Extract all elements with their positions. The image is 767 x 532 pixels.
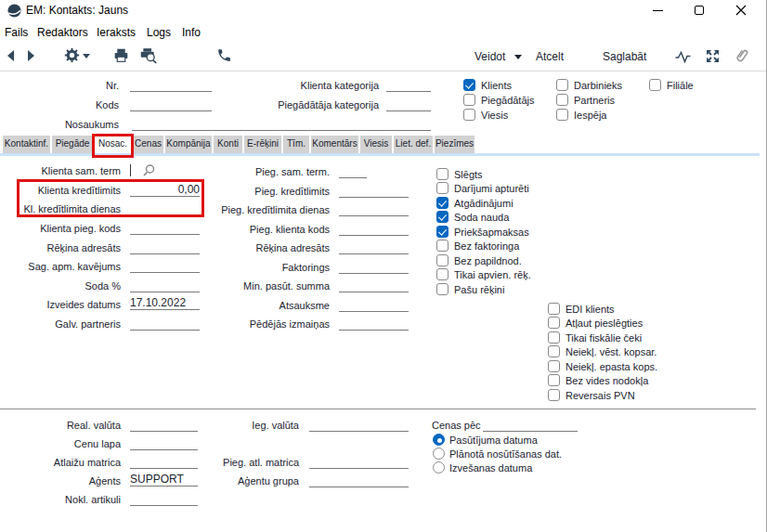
checkbox-prieksapmaksas[interactable] bbox=[436, 226, 448, 238]
pieg-kreditlimits-field[interactable] bbox=[339, 184, 409, 198]
checkbox-darbinieks[interactable] bbox=[556, 79, 568, 91]
checkbox-atgadinajumi[interactable] bbox=[436, 197, 448, 209]
checkbox-filiale[interactable] bbox=[649, 79, 661, 91]
phone-icon[interactable] bbox=[216, 47, 232, 63]
cenu-lapa-field[interactable] bbox=[130, 436, 198, 450]
checkbox-klients[interactable] bbox=[463, 79, 475, 91]
checkbox-bez-faktoringa[interactable] bbox=[436, 240, 448, 252]
activity-icon[interactable] bbox=[675, 51, 691, 63]
checkbox-darijumi-apturei[interactable] bbox=[436, 182, 448, 194]
sag-apm-kavejums-field[interactable] bbox=[130, 259, 200, 273]
back-icon[interactable] bbox=[6, 49, 15, 62]
close-button[interactable] bbox=[735, 5, 747, 16]
pieg-klienta-kods-field[interactable] bbox=[339, 222, 409, 236]
radio-izvesanas-datuma[interactable] bbox=[433, 461, 445, 474]
tab-piegade[interactable]: Piegāde bbox=[52, 136, 93, 153]
izveides-datums-field[interactable]: 17.10.2022 bbox=[130, 296, 200, 310]
minimize-button[interactable] bbox=[653, 10, 663, 11]
galv-partneris-field[interactable] bbox=[130, 317, 200, 331]
klienta-kategorija-field[interactable] bbox=[386, 78, 431, 92]
real-valuta-label: Real. valūta bbox=[0, 420, 121, 431]
galv-partneris-label: Galv. partneris bbox=[0, 318, 121, 330]
checkbox-piegadatajs[interactable] bbox=[463, 94, 475, 106]
gear-dropdown-caret[interactable] bbox=[83, 54, 90, 58]
checkbox-soda-nauda-label: Soda nauda bbox=[454, 212, 509, 223]
sag-apm-kavejums-label: Sag. apm. kavējums bbox=[0, 261, 121, 272]
tab-komentars[interactable]: Komentārs bbox=[311, 136, 358, 153]
gear-icon[interactable] bbox=[64, 47, 80, 63]
pieg-kreditlimita-dienas-field[interactable] bbox=[339, 202, 409, 216]
tab-cenas[interactable]: Cenas bbox=[133, 136, 163, 153]
tab-viesis[interactable]: Viesis bbox=[360, 136, 392, 153]
checkbox-atlaut-pieslegties[interactable] bbox=[548, 317, 560, 329]
cancel-button[interactable]: Atcelt bbox=[536, 50, 564, 63]
klienta-pieg-kods-field[interactable] bbox=[130, 221, 200, 235]
save-button[interactable]: Saglabāt bbox=[603, 50, 646, 63]
tab-tim[interactable]: Tīm. bbox=[283, 136, 309, 153]
menu-redaktors[interactable]: Redaktors bbox=[37, 26, 88, 39]
tab-erekini[interactable]: E-rēķini bbox=[244, 136, 281, 153]
menu-ieraksts[interactable]: Ieraksts bbox=[97, 26, 136, 39]
checkbox-partneris[interactable] bbox=[556, 94, 568, 106]
pedejas-izmainas-field[interactable] bbox=[339, 317, 409, 331]
checkbox-tikai-fiskalie-ceki[interactable] bbox=[548, 331, 560, 344]
klienta-sam-term-label: Klienta sam. term bbox=[0, 165, 121, 176]
pieg-atl-matrica-field[interactable] bbox=[309, 455, 409, 469]
klienta-pieg-kods-label: Klienta pieg. kods bbox=[0, 223, 121, 234]
create-button[interactable]: Veidot bbox=[474, 50, 505, 63]
faktorings-field[interactable] bbox=[339, 260, 409, 274]
checkbox-iespeja[interactable] bbox=[556, 109, 568, 121]
checkbox-viesis[interactable] bbox=[463, 109, 475, 121]
tab-kompanija[interactable]: Kompānija bbox=[165, 136, 212, 153]
forward-icon[interactable] bbox=[27, 49, 36, 62]
rekina-adresats2-field[interactable] bbox=[339, 240, 409, 254]
create-caret[interactable] bbox=[514, 55, 522, 59]
menu-fails[interactable]: Fails bbox=[5, 26, 28, 39]
rekina-adresats-field[interactable] bbox=[130, 240, 200, 254]
agentu-grupa-field[interactable] bbox=[309, 474, 409, 487]
pieg-klienta-kods-label: Pieg. klienta kods bbox=[200, 224, 330, 235]
ieg-valuta-field[interactable] bbox=[309, 418, 409, 432]
menu-info[interactable]: Info bbox=[182, 26, 201, 39]
checkbox-edi-klients[interactable] bbox=[548, 303, 560, 315]
print-icon[interactable] bbox=[113, 47, 129, 63]
nosaukums-field[interactable] bbox=[132, 117, 431, 131]
tab-kontaktinf[interactable]: Kontaktinf. bbox=[3, 136, 50, 153]
min-pasut-summa-field[interactable] bbox=[339, 279, 409, 292]
pieg-sam-term-field[interactable] bbox=[339, 164, 367, 178]
soda-field[interactable] bbox=[130, 279, 200, 292]
nr-field[interactable] bbox=[130, 78, 212, 92]
atlaizu-matrica-field[interactable] bbox=[130, 455, 198, 469]
maximize-button[interactable] bbox=[695, 6, 704, 15]
lookup-icon[interactable] bbox=[142, 163, 156, 177]
tab-piezimes[interactable]: Piezīmes bbox=[435, 136, 474, 153]
checkbox-soda-nauda[interactable] bbox=[436, 211, 448, 223]
tab-konti[interactable]: Konti bbox=[214, 136, 242, 153]
checkbox-bez-papildnod[interactable] bbox=[436, 254, 448, 266]
agents-label: Aģents bbox=[0, 475, 121, 487]
checkbox-tikai-apvien-rek-label: Tikai apvien. rēķ. bbox=[454, 269, 531, 280]
checkbox-reversais-pvn[interactable] bbox=[548, 389, 560, 401]
rekina-adresats-label: Rēķina adresāts bbox=[0, 242, 121, 253]
atsauksme-label: Atsauksme bbox=[200, 300, 330, 311]
atsauksme-field[interactable] bbox=[339, 298, 409, 312]
print-preview-icon[interactable] bbox=[139, 47, 158, 64]
menu-logs[interactable]: Logs bbox=[147, 26, 171, 39]
checkbox-slegts[interactable] bbox=[436, 168, 448, 180]
checkbox-bez-vides-nodokla[interactable] bbox=[548, 374, 560, 386]
checkbox-neiekl-epasta-kops[interactable] bbox=[548, 360, 560, 372]
radio-planota-nosutisanas[interactable] bbox=[433, 448, 445, 460]
checkbox-pasu-rekini[interactable] bbox=[436, 283, 448, 295]
paperclip-icon[interactable] bbox=[735, 47, 748, 64]
real-valuta-field[interactable] bbox=[130, 418, 198, 432]
piegadataja-kategorija-field[interactable] bbox=[386, 97, 431, 111]
nosaukums-label: Nosaukums bbox=[0, 119, 119, 130]
kods-field[interactable] bbox=[130, 97, 212, 111]
radio-pasutijuma-datuma[interactable] bbox=[433, 434, 445, 446]
agents-field[interactable]: SUPPORT bbox=[130, 473, 198, 487]
checkbox-tikai-apvien-rek[interactable] bbox=[436, 268, 448, 280]
checkbox-neiekl-vest-kopsar[interactable] bbox=[548, 345, 560, 357]
nokl-artikuli-field[interactable] bbox=[130, 492, 198, 506]
tab-liet-def[interactable]: Liet. def. bbox=[394, 136, 433, 153]
expand-icon[interactable] bbox=[706, 49, 720, 63]
